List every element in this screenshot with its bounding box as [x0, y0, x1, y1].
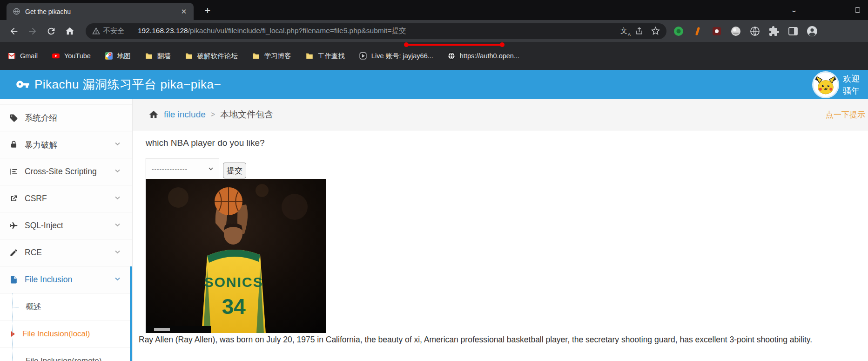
back-icon[interactable]	[5, 23, 23, 39]
sidebar-item-file-inclusion[interactable]: File Inclusion	[0, 266, 132, 293]
site-title: Pikachu 漏洞练习平台 pika~pika~	[34, 76, 221, 93]
extension-globe-icon[interactable]	[749, 26, 760, 37]
player-select-value: --------------	[152, 165, 208, 172]
player-description: Ray Allen (Ray Allen), was born on July …	[139, 332, 861, 347]
bookmark-auth0[interactable]: https://auth0.open...	[447, 52, 519, 60]
bookmark-label: Live 账号: jayjay66...	[371, 52, 433, 61]
sidebar-nav: 系统介绍 暴力破解 Cross-Site Scripting CSRF	[0, 99, 133, 361]
folder-icon	[145, 52, 153, 60]
new-tab-button[interactable]: +	[201, 5, 214, 18]
bookmark-maps[interactable]: 地图	[105, 52, 131, 61]
sidebar-item-system-intro[interactable]: 系统介绍	[0, 104, 132, 131]
welcome-text: 欢迎 骚年	[843, 71, 860, 98]
chevron-down-icon	[114, 248, 121, 257]
tab-close-icon[interactable]: ✕	[180, 7, 188, 16]
site-header: Pikachu 漏洞练习平台 pika~pika~	[0, 70, 868, 99]
omnibox-actions: 文A	[620, 27, 660, 35]
pencil-icon	[9, 248, 20, 258]
tree-line	[12, 293, 13, 361]
not-secure-chip[interactable]: 不安全	[92, 27, 124, 35]
pikachu-avatar	[812, 71, 839, 98]
tab-search-chevron-icon[interactable]: ⌄	[786, 5, 802, 15]
sidebar-subitem-file-inclusion-local[interactable]: File Inclusion(local)	[0, 320, 132, 347]
sidebar-item-label: 系统介绍	[25, 112, 57, 123]
sidebar-item-sql-inject[interactable]: SQL-Inject	[0, 212, 132, 239]
breadcrumb-link[interactable]: file include	[164, 109, 206, 120]
chevron-down-icon	[114, 140, 121, 149]
url-text[interactable]: 192.168.23.128/pikachu/vul/fileinclude/f…	[138, 26, 617, 36]
folder-icon	[185, 52, 193, 60]
tab-strip: Get the pikachu ✕ + ⌄	[0, 0, 868, 20]
window-controls: ⌄	[789, 0, 862, 20]
extension-gray-sphere-icon[interactable]	[730, 26, 741, 37]
external-link-icon	[9, 194, 20, 204]
profile-avatar-icon[interactable]	[807, 26, 818, 37]
bookmark-label: 翻墙	[157, 52, 171, 61]
extension-orange-icon[interactable]	[692, 26, 703, 37]
extension-green-icon[interactable]	[673, 26, 684, 37]
maximize-icon[interactable]	[852, 5, 862, 15]
sidebar-item-brute-force[interactable]: 暴力破解	[0, 131, 132, 158]
file-icon	[9, 275, 20, 285]
chevron-down-icon	[114, 194, 121, 203]
jersey-number-text: 34	[222, 294, 246, 319]
bookmark-folder-forum[interactable]: 破解软件论坛	[185, 52, 238, 61]
chevron-down-icon	[114, 167, 121, 176]
sidebar-item-label: Cross-Site Scripting	[25, 167, 97, 177]
forward-icon[interactable]	[23, 23, 42, 39]
submit-button[interactable]: 提交	[223, 163, 246, 178]
url-host: 192.168.23.128	[138, 27, 188, 34]
warning-icon	[92, 27, 100, 35]
player-select[interactable]: --------------	[146, 158, 219, 179]
tags-icon	[9, 113, 20, 123]
bookmark-youtube[interactable]: YouTube	[52, 52, 91, 60]
sidebar-subitem-file-inclusion-remote[interactable]: File Inclusion(remote)	[0, 347, 132, 361]
welcome-line-1: 欢迎	[843, 73, 860, 84]
sidebar-subitem-label: File Inclusion(remote)	[26, 356, 101, 361]
address-bar[interactable]: 不安全 192.168.23.128/pikachu/vul/fileinclu…	[86, 23, 666, 39]
bookmark-live-account[interactable]: Live 账号: jayjay66...	[359, 52, 433, 61]
minimize-icon[interactable]	[821, 5, 831, 15]
tree-connector	[13, 307, 19, 307]
sidebar-item-xss[interactable]: Cross-Site Scripting	[0, 158, 132, 185]
sidebar-item-label: CSRF	[25, 194, 47, 204]
bookmark-label: 工作查找	[318, 52, 345, 61]
bookmark-folder-jobs[interactable]: 工作查找	[305, 52, 345, 61]
bookmark-label: Gmail	[20, 52, 38, 60]
user-box[interactable]: 欢迎 骚年	[812, 71, 860, 98]
extensions-puzzle-icon[interactable]	[768, 26, 780, 37]
bookmarks-bar: Gmail YouTube 地图 翻墙 破解软件论坛	[0, 42, 868, 70]
key-icon	[16, 77, 30, 91]
sidebar-subitem-overview[interactable]: 概述	[0, 293, 132, 320]
sidebar-item-label: SQL-Inject	[25, 221, 63, 231]
home-breadcrumb-icon[interactable]	[148, 109, 159, 120]
tab-title: Get the pikachu	[25, 8, 175, 15]
side-panel-icon[interactable]	[787, 26, 799, 37]
browser-tab[interactable]: Get the pikachu ✕	[7, 3, 194, 20]
share-icon[interactable]	[635, 27, 644, 35]
live-icon	[359, 52, 367, 60]
home-icon[interactable]	[61, 23, 79, 39]
translate-icon[interactable]: 文A	[620, 27, 627, 35]
sidebar-item-csrf[interactable]: CSRF	[0, 185, 132, 212]
browser-toolbar: 不安全 192.168.23.128/pikachu/vul/fileinclu…	[0, 20, 868, 42]
bookmark-folder-fanqiang[interactable]: 翻墙	[145, 52, 171, 61]
tab-favicon-globe-icon	[12, 7, 20, 16]
browser-window: Get the pikachu ✕ + ⌄ 不安全	[0, 0, 868, 361]
youtube-icon	[52, 52, 60, 60]
hint-link[interactable]: 点一下提示	[826, 109, 865, 120]
sidebar-item-rce[interactable]: RCE	[0, 239, 132, 266]
bookmark-gmail[interactable]: Gmail	[7, 52, 38, 60]
bookmark-folder-blog[interactable]: 学习博客	[252, 52, 291, 61]
bookmark-star-icon[interactable]	[651, 27, 660, 35]
breadcrumb-current: 本地文件包含	[220, 109, 273, 121]
folder-icon	[252, 52, 260, 60]
sidebar-subitem-label: 概述	[26, 301, 41, 312]
player-photo: SONICS 34	[146, 179, 326, 333]
sidebar-item-label: File Inclusion	[25, 275, 72, 285]
breadcrumb: file include > 本地文件包含 点一下提示	[133, 99, 868, 130]
extension-darkred-icon[interactable]	[711, 26, 722, 37]
sidebar-subitem-label: File Inclusion(local)	[22, 329, 90, 339]
breadcrumb-separator: >	[211, 110, 215, 119]
reload-icon[interactable]	[42, 23, 61, 39]
